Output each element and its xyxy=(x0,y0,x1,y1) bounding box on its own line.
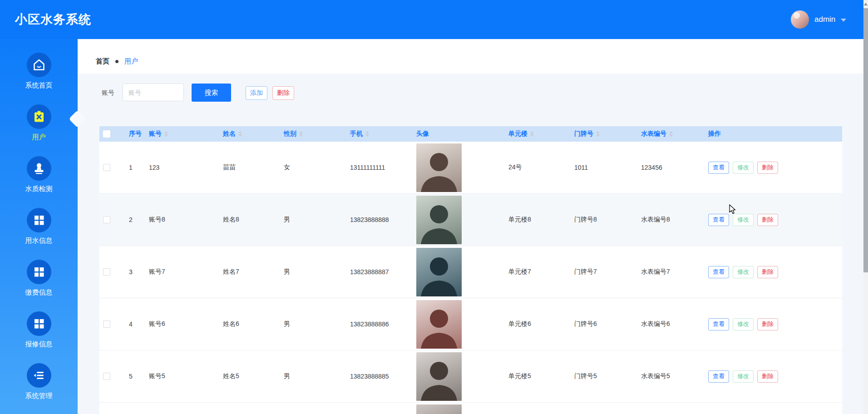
avatar-image xyxy=(416,196,462,244)
row-edit-button[interactable]: 修改 xyxy=(733,162,754,174)
column-header[interactable]: 门牌号 xyxy=(569,126,635,142)
row-delete-button[interactable]: 删除 xyxy=(757,318,778,330)
cell-name xyxy=(220,403,282,414)
table-row: 3账号7姓名7男13823888887单元楼7门牌号7水表编号7查看修改删除 xyxy=(99,246,842,298)
row-checkbox[interactable] xyxy=(103,268,110,276)
cell-actions xyxy=(703,403,842,414)
cell-index: 3 xyxy=(123,246,148,298)
cell-avatar xyxy=(414,246,503,298)
cell-text: 男 xyxy=(284,268,290,276)
cell-account xyxy=(148,403,220,414)
stamp-icon xyxy=(27,156,51,181)
column-header[interactable]: 性别 xyxy=(282,126,347,142)
row-select-cell xyxy=(99,194,123,246)
page: { "app": { "title": "小区水务系统" }, "userbar… xyxy=(0,0,868,414)
sort-carets-icon xyxy=(164,131,168,137)
cell-actions: 查看修改删除 xyxy=(703,298,842,350)
cell-index xyxy=(123,403,148,414)
sidebar-item-water-quality[interactable]: 水质检测 xyxy=(0,149,78,201)
row-view-button[interactable]: 查看 xyxy=(708,162,729,174)
row-actions: 查看修改删除 xyxy=(708,162,778,174)
scrollbar-thumb[interactable] xyxy=(863,8,868,272)
sidebar-item-label: 用水信息 xyxy=(25,237,53,245)
row-view-button[interactable]: 查看 xyxy=(708,370,729,383)
row-edit-button[interactable]: 修改 xyxy=(733,266,754,278)
user-card-icon xyxy=(27,104,51,129)
delete-button[interactable]: 删除 xyxy=(272,86,294,100)
sidebar-item-repair[interactable]: 报修信息 xyxy=(0,304,78,356)
cell-unit: 单元楼7 xyxy=(503,246,569,298)
cell-text: 1011 xyxy=(574,164,588,171)
account-search-input[interactable] xyxy=(123,84,184,101)
column-header[interactable]: 水表编号 xyxy=(635,126,703,142)
cell-text: 水表编号8 xyxy=(641,216,670,224)
row-view-button[interactable]: 查看 xyxy=(708,318,729,330)
cell-gender: 男 xyxy=(282,246,347,298)
cell-name: 姓名7 xyxy=(220,246,282,298)
cell-actions: 查看修改删除 xyxy=(703,246,842,298)
row-checkbox[interactable] xyxy=(103,320,110,328)
row-select-cell xyxy=(99,403,123,414)
row-checkbox[interactable] xyxy=(103,164,110,171)
cell-phone: 13823888886 xyxy=(347,298,414,350)
column-header-label: 性别 xyxy=(284,130,296,138)
row-checkbox[interactable] xyxy=(103,216,110,223)
column-header-label: 水表编号 xyxy=(641,130,666,138)
add-button[interactable]: 添加 xyxy=(246,86,267,100)
column-header[interactable]: 姓名 xyxy=(220,126,282,142)
column-header[interactable]: 账号 xyxy=(148,126,220,142)
scroll-up-arrow-icon[interactable] xyxy=(863,1,868,7)
row-edit-button[interactable]: 修改 xyxy=(733,370,754,383)
column-header[interactable]: 单元楼 xyxy=(503,126,569,142)
cell-avatar xyxy=(414,403,503,414)
cell-actions: 查看修改删除 xyxy=(703,194,842,246)
row-edit-button[interactable]: 修改 xyxy=(733,318,754,330)
sidebar-item-payment[interactable]: 缴费信息 xyxy=(0,252,78,304)
cell-text: 单元楼8 xyxy=(508,216,531,224)
user-menu[interactable]: admin xyxy=(791,0,846,39)
row-actions: 查看修改删除 xyxy=(708,214,778,226)
sort-carets-icon xyxy=(238,131,242,137)
cell-text: 单元楼7 xyxy=(508,268,531,276)
row-delete-button[interactable]: 删除 xyxy=(757,162,778,174)
row-delete-button[interactable]: 删除 xyxy=(757,266,778,278)
sort-carets-icon xyxy=(596,131,600,137)
sidebar-item-label: 系统管理 xyxy=(25,392,53,400)
row-delete-button[interactable]: 删除 xyxy=(757,214,778,226)
breadcrumb-separator-icon xyxy=(115,60,118,63)
column-header[interactable]: 手机 xyxy=(347,126,414,142)
sort-carets-icon xyxy=(530,131,534,137)
search-button[interactable]: 搜索 xyxy=(192,84,231,102)
cell-door: 门牌号6 xyxy=(569,298,635,350)
row-select-cell xyxy=(99,246,123,298)
sidebar-item-home[interactable]: 系统首页 xyxy=(0,45,78,97)
avatar-image xyxy=(416,352,462,401)
breadcrumb-home[interactable]: 首页 xyxy=(96,57,109,66)
row-edit-button[interactable]: 修改 xyxy=(733,214,754,226)
cell-text: 13111111111 xyxy=(350,164,385,171)
cell-gender: 男 xyxy=(282,194,347,246)
user-avatar[interactable] xyxy=(791,10,809,29)
cell-index: 4 xyxy=(123,298,148,350)
breadcrumb-current[interactable]: 用户 xyxy=(124,57,138,66)
sidebar-item-label: 用户 xyxy=(32,133,46,142)
cell-unit xyxy=(503,403,569,414)
select-all-checkbox[interactable] xyxy=(103,130,110,138)
sidebar-item-label: 水质检测 xyxy=(25,185,53,193)
sidebar-item-system[interactable]: 系统管理 xyxy=(0,356,78,408)
row-delete-button[interactable]: 删除 xyxy=(757,370,778,383)
row-view-button[interactable]: 查看 xyxy=(708,266,729,278)
sidebar-item-users[interactable]: 用户 xyxy=(0,97,78,149)
sidebar-item-water-usage[interactable]: 用水信息 xyxy=(0,201,78,252)
cell-text: 24号 xyxy=(508,163,522,172)
cell-text: 男 xyxy=(284,216,290,224)
page-scrollbar[interactable] xyxy=(863,0,868,414)
cell-account: 账号7 xyxy=(148,246,220,298)
cell-meter: 123456 xyxy=(635,142,703,193)
cell-text: 13823888888 xyxy=(350,216,389,223)
cell-text: 账号7 xyxy=(149,268,165,276)
app-title: 小区水务系统 xyxy=(15,0,91,39)
row-checkbox[interactable] xyxy=(103,373,110,380)
cell-account: 123 xyxy=(148,142,220,193)
row-view-button[interactable]: 查看 xyxy=(708,214,729,226)
